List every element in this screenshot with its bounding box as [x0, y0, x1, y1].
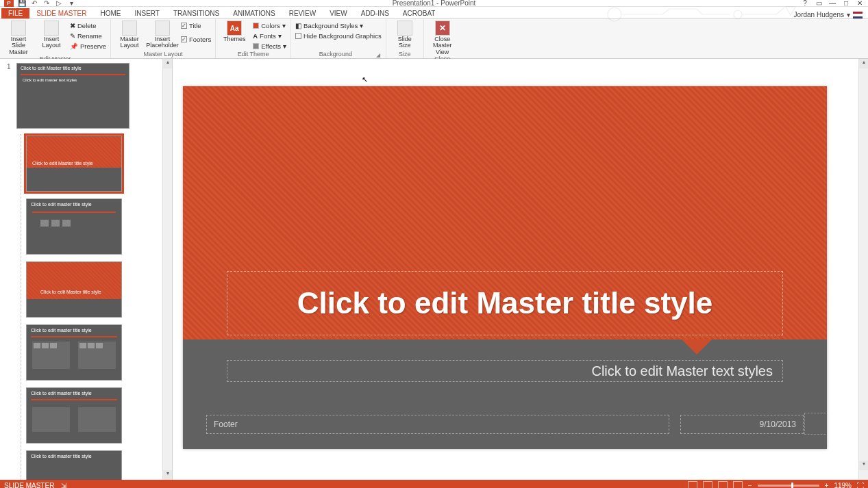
layout-thumbnail[interactable]: Click to edit master title style	[7, 450, 160, 480]
qat-customize-icon[interactable]: ▾	[67, 0, 75, 8]
subtitle-placeholder[interactable]: Click to edit Master text styles	[227, 360, 783, 382]
fonts-icon: A	[253, 32, 258, 40]
zoom-slider[interactable]	[758, 485, 819, 487]
status-icon[interactable]: ⇲	[61, 482, 66, 489]
dialog-launcher-icon[interactable]: ◢	[376, 52, 382, 58]
accent-notch-icon	[682, 339, 712, 355]
group-label: Size	[390, 51, 419, 58]
delete-button[interactable]: ✖Delete	[70, 21, 106, 30]
tab-view[interactable]: VIEW	[323, 8, 354, 18]
group-edit-theme: AaThemes Colors▾ AFonts▾ Effects▾ Edit T…	[216, 19, 291, 58]
tab-home[interactable]: HOME	[93, 8, 127, 18]
scroll-up-icon[interactable]: ▴	[163, 59, 172, 68]
slide-size-button[interactable]: SlideSize	[390, 21, 419, 49]
title-bar: P 💾 ↶ ↷ ▷ ▾ Presentation1 - PowerPoint ?…	[0, 0, 868, 7]
footer-placeholder[interactable]: Footer	[206, 415, 669, 434]
zoom-out-button[interactable]: −	[748, 482, 752, 489]
slide-number-placeholder[interactable]	[804, 413, 829, 435]
title-placeholder[interactable]: Click to edit Master title style	[227, 271, 783, 335]
insert-placeholder-button[interactable]: InsertPlaceholder	[148, 21, 177, 49]
layout-thumbnail[interactable]: Click to edit master title style	[7, 387, 160, 444]
rename-button[interactable]: ✎Rename	[70, 31, 106, 40]
preserve-button[interactable]: 📌Preserve	[70, 41, 106, 51]
normal-view-button[interactable]	[688, 481, 697, 488]
tab-review[interactable]: REVIEW	[282, 8, 323, 18]
tab-animations[interactable]: ANIMATIONS	[226, 8, 282, 18]
group-label: Master Layout	[115, 51, 211, 58]
ribbon-display-icon[interactable]: ▭	[815, 0, 823, 7]
background-styles-button[interactable]: ◧Background Styles▾	[295, 21, 382, 30]
scroll-up-icon[interactable]: ▴	[859, 59, 868, 68]
close-window-icon[interactable]: ✕	[856, 0, 864, 7]
date-placeholder-text: 9/10/2013	[760, 420, 796, 429]
group-edit-master: Insert SlideMaster InsertLayout ✖Delete …	[0, 19, 111, 58]
ribbon: Insert SlideMaster InsertLayout ✖Delete …	[0, 19, 868, 59]
colors-icon	[253, 23, 259, 29]
zoom-in-button[interactable]: +	[825, 482, 829, 489]
zoom-level[interactable]: 119%	[834, 482, 852, 489]
hide-background-checkbox[interactable]: Hide Background Graphics	[295, 31, 382, 40]
footers-checkbox[interactable]: ✓Footers	[181, 34, 211, 44]
layout-thumbnail[interactable]: Click to edit master title style	[7, 198, 160, 255]
maximize-icon[interactable]: □	[842, 0, 850, 7]
start-from-beginning-icon[interactable]: ▷	[55, 0, 63, 8]
slide-canvas-area: ↖ Click to edit Master title style Click…	[173, 59, 868, 480]
layout-thumbnail[interactable]: Click to edit Master title style	[7, 136, 160, 192]
fit-to-window-button[interactable]: ⛶	[857, 482, 864, 489]
chevron-down-icon: ▾	[283, 42, 286, 50]
minimize-icon[interactable]: —	[828, 0, 836, 7]
checkbox-unchecked-icon	[295, 33, 301, 39]
quick-access-toolbar: P 💾 ↶ ↷ ▷ ▾	[0, 0, 75, 8]
master-thumbnail[interactable]: 1 Click to edit Master title style Click…	[7, 63, 160, 129]
close-icon: ✕	[435, 21, 450, 36]
rename-icon: ✎	[70, 32, 75, 40]
tab-slide-master[interactable]: SLIDE MASTER	[29, 8, 93, 18]
powerpoint-icon: P	[4, 0, 14, 8]
tab-file[interactable]: FILE	[1, 8, 29, 18]
canvas-scrollbar[interactable]: ▴ ▾	[858, 59, 868, 480]
effects-button[interactable]: Effects▾	[253, 41, 286, 51]
tab-addins[interactable]: ADD-INS	[354, 8, 396, 18]
reading-view-button[interactable]	[718, 481, 728, 488]
title-placeholder-text: Click to edit Master title style	[297, 286, 712, 320]
cursor-icon: ↖	[362, 75, 368, 84]
thumb-title: Click to edit master title style	[31, 202, 92, 207]
status-mode: SLIDE MASTER	[4, 482, 54, 489]
window-controls: ? ▭ — □ ✕	[801, 0, 868, 7]
slide-canvas[interactable]: Click to edit Master title style Click t…	[183, 86, 827, 449]
tab-insert[interactable]: INSERT	[127, 8, 166, 18]
layout-thumbnail[interactable]: Click to edit master title style	[7, 324, 160, 381]
scroll-down-icon[interactable]: ▾	[163, 470, 172, 480]
sorter-view-button[interactable]	[703, 481, 712, 488]
preserve-icon: 📌	[70, 42, 78, 50]
thumb-sub: Click to edit master text styles	[17, 77, 129, 84]
colors-button[interactable]: Colors▾	[253, 21, 286, 30]
help-icon[interactable]: ?	[801, 0, 809, 7]
layout-thumbnail[interactable]: Click to edit Master title style	[7, 261, 160, 318]
save-icon[interactable]: 💾	[18, 0, 26, 8]
chevron-down-icon: ▾	[360, 22, 363, 29]
master-layout-button[interactable]: MasterLayout	[115, 21, 144, 49]
insert-slide-master-button[interactable]: Insert SlideMaster	[4, 21, 33, 55]
redo-icon[interactable]: ↷	[42, 0, 51, 8]
account-name[interactable]: Jordan Hudgens ▾	[794, 11, 868, 18]
themes-button[interactable]: AaThemes	[220, 21, 249, 42]
tab-transitions[interactable]: TRANSITIONS	[166, 8, 226, 18]
fonts-button[interactable]: AFonts▾	[253, 31, 286, 40]
background-styles-icon: ◧	[295, 22, 301, 29]
tab-acrobat[interactable]: ACROBAT	[396, 8, 443, 18]
thumbnail-scrollbar[interactable]: ▴ ▾	[162, 59, 172, 480]
thumb-title: Click to edit master title style	[31, 328, 92, 333]
close-master-view-button[interactable]: ✕CloseMaster View	[428, 21, 457, 55]
slide-size-icon	[397, 21, 412, 36]
thumb-title: Click to edit Master title style	[32, 161, 93, 166]
insert-layout-button[interactable]: InsertLayout	[37, 21, 66, 49]
slideshow-view-button[interactable]	[733, 481, 743, 488]
scroll-down-icon[interactable]: ▾	[859, 461, 868, 470]
date-placeholder[interactable]: 9/10/2013	[680, 415, 804, 434]
title-checkbox[interactable]: ✓Title	[181, 21, 211, 30]
svg-point-1	[734, 10, 742, 18]
checkbox-checked-icon: ✓	[181, 36, 187, 42]
slide-header-area: Click to edit Master title style	[183, 86, 827, 339]
undo-icon[interactable]: ↶	[30, 0, 38, 8]
